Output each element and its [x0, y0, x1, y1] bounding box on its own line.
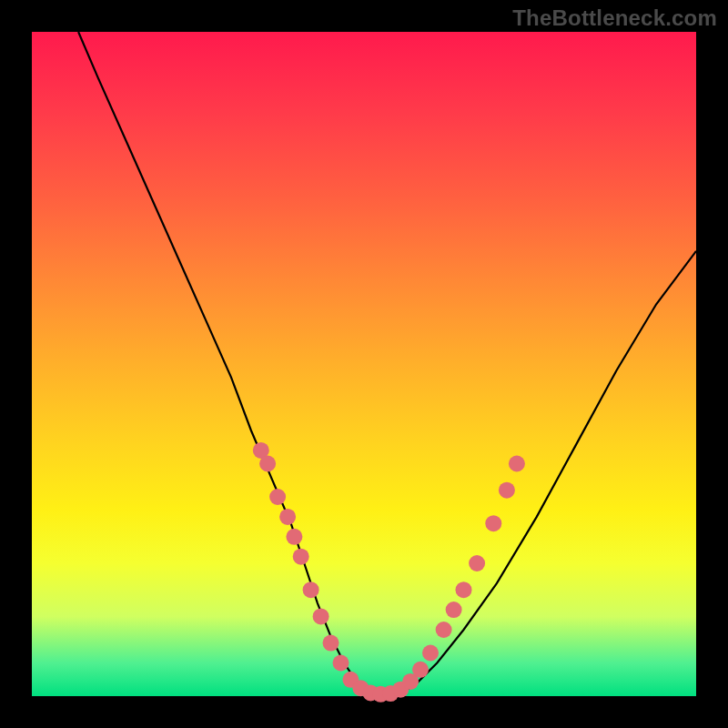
data-marker — [259, 456, 276, 472]
data-marker — [422, 645, 439, 662]
watermark-text: TheBottleneck.com — [512, 5, 717, 31]
data-marker — [323, 635, 339, 652]
data-marker — [469, 555, 485, 571]
data-marker — [456, 581, 472, 598]
data-marker — [293, 549, 309, 565]
data-marker — [446, 602, 462, 618]
data-marker — [313, 608, 329, 624]
data-marker — [333, 655, 349, 672]
data-marker — [436, 622, 452, 638]
data-marker — [499, 482, 515, 499]
bottleneck-curve — [78, 32, 696, 696]
data-marker — [485, 515, 501, 531]
data-marker — [509, 456, 525, 472]
chart-svg — [32, 32, 696, 696]
data-marker — [269, 489, 286, 505]
data-marker — [279, 509, 296, 525]
marker-group — [253, 442, 525, 703]
data-marker — [303, 581, 319, 598]
chart-frame: TheBottleneck.com — [0, 0, 728, 728]
data-marker — [412, 662, 429, 678]
plot-area — [32, 32, 696, 696]
data-marker — [286, 529, 302, 545]
